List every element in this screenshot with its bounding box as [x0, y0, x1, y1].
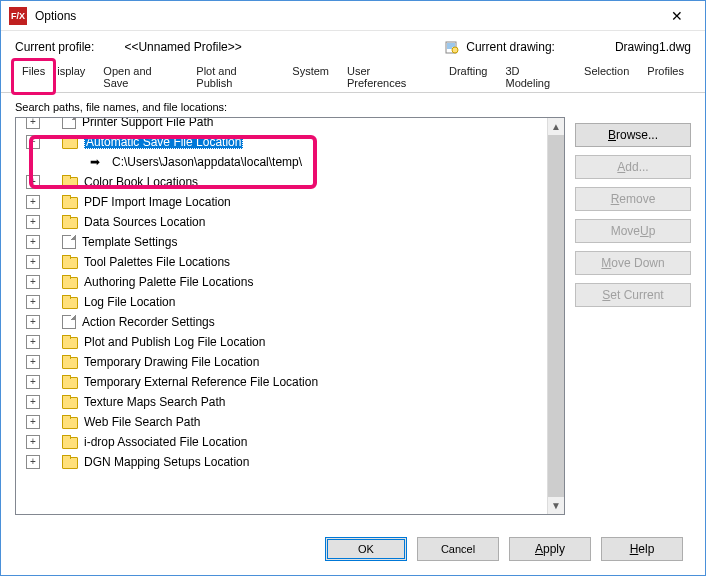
expand-icon[interactable]: + [26, 435, 40, 449]
folder-icon [62, 255, 78, 269]
ok-button[interactable]: OK [325, 537, 407, 561]
cancel-button[interactable]: Cancel [417, 537, 499, 561]
expand-icon[interactable]: + [26, 195, 40, 209]
tree-item-label: Color Book Locations [84, 175, 198, 189]
scrollbar[interactable]: ▲ ▼ [547, 118, 564, 514]
expand-icon[interactable]: + [26, 355, 40, 369]
tree-item-label: Temporary External Reference File Locati… [84, 375, 318, 389]
tree-row[interactable]: +Tool Palettes File Locations [20, 252, 547, 272]
current-drawing-value: Drawing1.dwg [615, 40, 691, 54]
tree-row[interactable]: +Temporary External Reference File Locat… [20, 372, 547, 392]
move-down-button: Move Down [575, 251, 691, 275]
tab-3d-modeling[interactable]: 3D Modeling [496, 60, 575, 93]
add-button: Add... [575, 155, 691, 179]
window-title: Options [35, 9, 657, 23]
file-icon [62, 118, 76, 129]
expand-icon[interactable]: + [26, 275, 40, 289]
tab-display[interactable]: isplay [54, 60, 94, 93]
folder-icon [62, 435, 78, 449]
current-drawing-label: Current drawing: [466, 40, 555, 54]
browse-button[interactable]: Browse... [575, 123, 691, 147]
tree-row[interactable]: +Plot and Publish Log File Location [20, 332, 547, 352]
tree-item-label: Web File Search Path [84, 415, 201, 429]
current-profile-value: <<Unnamed Profile>> [124, 40, 241, 54]
folder-icon [62, 175, 78, 189]
svg-point-1 [452, 47, 458, 53]
tree-item-label: Tool Palettes File Locations [84, 255, 230, 269]
tab-plot-and-publish[interactable]: Plot and Publish [187, 60, 283, 93]
tab-files[interactable]: Files [13, 60, 54, 93]
expand-icon[interactable]: + [26, 375, 40, 389]
titlebar: F/X Options ✕ [1, 1, 705, 31]
dialog-buttons: OK Cancel Apply Help [325, 537, 683, 561]
tab-open-and-save[interactable]: Open and Save [94, 60, 187, 93]
tree-row[interactable]: +DGN Mapping Setups Location [20, 452, 547, 472]
tab-user-preferences[interactable]: User Preferences [338, 60, 440, 93]
tree-row[interactable]: +Texture Maps Search Path [20, 392, 547, 412]
folder-icon [62, 355, 78, 369]
tree-row[interactable]: ➡C:\Users\Jason\appdata\local\temp\ [20, 152, 547, 172]
tree-item-label: PDF Import Image Location [84, 195, 231, 209]
expand-icon[interactable]: + [26, 335, 40, 349]
tree-row[interactable]: −Automatic Save File Location [20, 132, 547, 152]
expand-icon[interactable]: + [26, 415, 40, 429]
apply-button[interactable]: Apply [509, 537, 591, 561]
tree-caption: Search paths, file names, and file locat… [15, 101, 565, 113]
expand-icon[interactable]: + [26, 118, 40, 129]
tree-row[interactable]: +Template Settings [20, 232, 547, 252]
folder-icon [62, 375, 78, 389]
file-icon [62, 315, 76, 329]
tree-row[interactable]: +i-drop Associated File Location [20, 432, 547, 452]
folder-icon [62, 135, 78, 149]
tree-item-label: Data Sources Location [84, 215, 205, 229]
tree-row[interactable]: +Log File Location [20, 292, 547, 312]
expand-icon[interactable]: + [26, 255, 40, 269]
file-icon [62, 235, 76, 249]
folder-icon [62, 395, 78, 409]
expand-icon[interactable]: + [26, 175, 40, 189]
tab-selection[interactable]: Selection [575, 60, 638, 93]
tree-item-label: Automatic Save File Location [84, 135, 243, 149]
move-up-button: Move Up [575, 219, 691, 243]
folder-icon [62, 215, 78, 229]
scroll-thumb[interactable] [548, 135, 564, 497]
app-icon: F/X [9, 7, 27, 25]
expand-icon[interactable]: + [26, 235, 40, 249]
scroll-up-icon[interactable]: ▲ [548, 118, 564, 135]
expand-icon[interactable]: + [26, 455, 40, 469]
tree-item-label: Temporary Drawing File Location [84, 355, 259, 369]
tree-row[interactable]: +Data Sources Location [20, 212, 547, 232]
tree-row[interactable]: +Color Book Locations [20, 172, 547, 192]
folder-icon [62, 295, 78, 309]
help-button[interactable]: Help [601, 537, 683, 561]
tree-item-label: DGN Mapping Setups Location [84, 455, 249, 469]
scroll-down-icon[interactable]: ▼ [548, 497, 564, 514]
tab-system[interactable]: System [283, 60, 338, 93]
tree-item-label: i-drop Associated File Location [84, 435, 247, 449]
tree-row[interactable]: +Printer Support File Path [20, 118, 547, 132]
tab-profiles[interactable]: Profiles [638, 60, 693, 93]
tree-row[interactable]: +Web File Search Path [20, 412, 547, 432]
tree-row[interactable]: +Authoring Palette File Locations [20, 272, 547, 292]
path-arrow-icon: ➡ [90, 155, 106, 169]
tree-view[interactable]: +Printer Support File Path−Automatic Sav… [15, 117, 565, 515]
close-button[interactable]: ✕ [657, 2, 697, 30]
folder-icon [62, 455, 78, 469]
current-profile-label: Current profile: [15, 40, 94, 54]
tree-row[interactable]: +Temporary Drawing File Location [20, 352, 547, 372]
drawing-icon [444, 39, 460, 55]
expand-icon[interactable]: + [26, 395, 40, 409]
folder-icon [62, 415, 78, 429]
tree-row[interactable]: +PDF Import Image Location [20, 192, 547, 212]
collapse-icon[interactable]: − [26, 135, 40, 149]
tree-row[interactable]: +Action Recorder Settings [20, 312, 547, 332]
expand-icon[interactable]: + [26, 295, 40, 309]
expand-icon[interactable]: + [26, 215, 40, 229]
tree-item-label: Plot and Publish Log File Location [84, 335, 265, 349]
folder-icon [62, 195, 78, 209]
profile-row: Current profile: <<Unnamed Profile>> Cur… [1, 35, 705, 59]
tab-strip: FilesisplayOpen and SavePlot and Publish… [1, 59, 705, 93]
tab-drafting[interactable]: Drafting [440, 60, 497, 93]
expand-icon[interactable]: + [26, 315, 40, 329]
tree-item-label: Texture Maps Search Path [84, 395, 225, 409]
